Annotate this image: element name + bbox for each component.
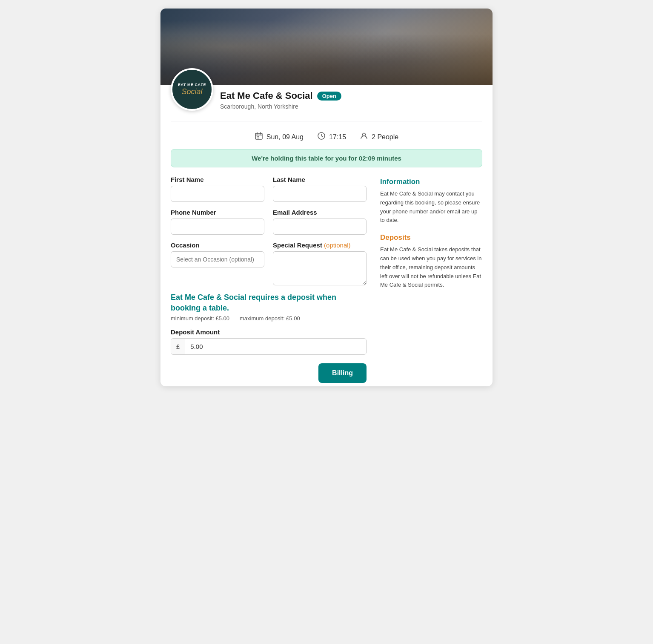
clock-icon xyxy=(317,132,326,142)
calendar-icon xyxy=(255,132,263,142)
divider xyxy=(171,121,482,121)
avatar-text-line1: EAT ME CAFE xyxy=(178,83,206,87)
restaurant-info: Eat Me Cafe & Social Open Scarborough, N… xyxy=(220,85,341,110)
restaurant-name: Eat Me Cafe & Social Open xyxy=(220,90,341,101)
first-name-label: First Name xyxy=(171,176,264,183)
hero-banner xyxy=(160,9,493,85)
special-request-group: Special Request (optional) xyxy=(273,242,367,285)
booking-date-text: Sun, 09 Aug xyxy=(266,133,304,141)
phone-label: Phone Number xyxy=(171,209,264,216)
timer-banner: We're holding this table for you for 02:… xyxy=(171,149,482,167)
timer-static-text: We're holding this table for you for xyxy=(252,155,359,162)
billing-btn-row: Billing xyxy=(171,355,367,386)
last-name-input[interactable] xyxy=(273,186,367,202)
deposits-text: Eat Me Cafe & Social takes deposits that… xyxy=(380,245,482,290)
phone-group: Phone Number xyxy=(171,209,264,235)
timer-value: 02:09 minutes xyxy=(359,155,401,162)
billing-button[interactable]: Billing xyxy=(318,363,367,383)
deposit-input-wrap: £ xyxy=(171,338,367,355)
deposit-notice: Eat Me Cafe & Social requires a deposit … xyxy=(171,292,367,313)
deposit-currency: £ xyxy=(171,339,185,354)
svg-rect-3 xyxy=(257,138,258,138)
booking-summary: Sun, 09 Aug 17:15 2 People xyxy=(160,125,493,149)
occasion-label: Occasion xyxy=(171,242,264,249)
avatar-text-script: Social xyxy=(178,87,206,96)
name-row: First Name Last Name xyxy=(171,176,367,202)
deposit-amount-input[interactable] xyxy=(185,339,366,354)
booking-card: EAT ME CAFE Social Eat Me Cafe & Social … xyxy=(160,9,493,386)
occasion-row: Occasion Select an Occasion (optional) B… xyxy=(171,242,367,285)
svg-rect-1 xyxy=(257,136,258,137)
form-section: First Name Last Name Phone Number Email … xyxy=(171,176,380,386)
profile-section: EAT ME CAFE Social Eat Me Cafe & Social … xyxy=(160,85,493,118)
special-request-input[interactable] xyxy=(273,251,367,285)
svg-rect-2 xyxy=(258,136,259,137)
main-content: First Name Last Name Phone Number Email … xyxy=(160,176,493,386)
restaurant-location: Scarborough, North Yorkshire xyxy=(220,103,341,110)
special-request-label: Special Request (optional) xyxy=(273,242,367,249)
status-badge: Open xyxy=(317,92,341,101)
first-name-input[interactable] xyxy=(171,186,264,202)
last-name-group: Last Name xyxy=(273,176,367,202)
booking-time: 17:15 xyxy=(317,132,346,142)
email-label: Email Address xyxy=(273,209,367,216)
booking-time-text: 17:15 xyxy=(329,133,346,141)
information-text: Eat Me Cafe & Social may contact you reg… xyxy=(380,190,482,225)
deposit-amount-label: Deposit Amount xyxy=(171,328,367,336)
booking-date: Sun, 09 Aug xyxy=(255,132,304,142)
svg-rect-4 xyxy=(258,138,259,138)
person-icon xyxy=(360,132,368,142)
deposit-range: minimum deposit: £5.00 maximum deposit: … xyxy=(171,315,367,322)
contact-row: Phone Number Email Address xyxy=(171,209,367,235)
email-input[interactable] xyxy=(273,218,367,235)
occasion-select[interactable]: Select an Occasion (optional) Birthday A… xyxy=(171,251,264,267)
first-name-group: First Name xyxy=(171,176,264,202)
booking-people-text: 2 People xyxy=(372,133,398,141)
sidebar: Information Eat Me Cafe & Social may con… xyxy=(380,176,482,386)
phone-input[interactable] xyxy=(171,218,264,235)
deposit-min: minimum deposit: £5.00 xyxy=(171,315,229,322)
booking-people: 2 People xyxy=(360,132,398,142)
information-title: Information xyxy=(380,178,482,186)
email-group: Email Address xyxy=(273,209,367,235)
last-name-label: Last Name xyxy=(273,176,367,183)
deposits-title: Deposits xyxy=(380,233,482,242)
occasion-group: Occasion Select an Occasion (optional) B… xyxy=(171,242,264,285)
avatar: EAT ME CAFE Social xyxy=(171,68,213,111)
deposit-max: maximum deposit: £5.00 xyxy=(240,315,300,322)
